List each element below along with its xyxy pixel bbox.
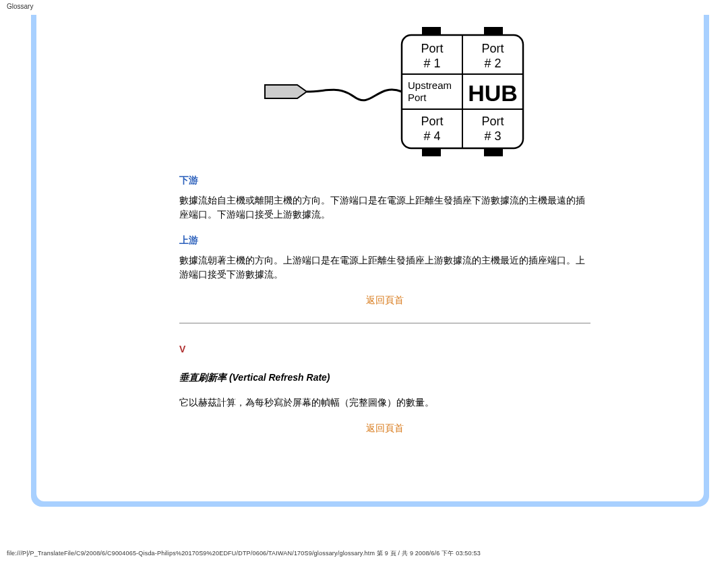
vertical-refresh-body: 它以赫茲計算，為每秒寫於屏幕的幀幅（完整圖像）的數量。 [179,396,590,410]
inner-page: Port # 1 Port # 2 Upstream Port HUB Port… [36,15,704,501]
usb-plug-icon [265,85,307,98]
downstream-body: 數據流始自主機或離開主機的方向。下游端口是在電源上距離生發插座下游數據流的主機最… [179,193,590,222]
section-divider [179,323,590,323]
outer-frame: Port # 1 Port # 2 Upstream Port HUB Port… [31,15,709,507]
upstream-label-l2: Port [408,92,427,103]
port3-label-l1: Port [481,115,504,128]
text-section: 下游 數據流始自主機或離開主機的方向。下游端口是在電源上距離生發插座下游數據流的… [179,161,590,436]
port-jack-3 [484,148,503,156]
section-letter-v: V [179,342,590,357]
port4-label-l2: # 4 [423,129,440,143]
port-jack-4 [422,148,441,156]
hub-diagram: Port # 1 Port # 2 Upstream Port HUB Port… [179,15,590,161]
port3-label-l2: # 3 [484,129,501,143]
file-path-footer: file:///P|/P_TranslateFile/C9/2008/6/C90… [7,549,481,558]
vertical-refresh-heading: 垂直刷新率 (Vertical Refresh Rate) [179,371,590,385]
content-column: Port # 1 Port # 2 Upstream Port HUB Port… [179,15,590,451]
return-to-top-link[interactable]: 返回頁首 [179,293,590,308]
hub-diagram-svg: Port # 1 Port # 2 Upstream Port HUB Port… [237,23,533,161]
port-jack-2 [484,27,503,35]
port2-label-l1: Port [481,42,504,55]
hub-label: HUB [468,80,518,106]
downstream-heading: 下游 [179,173,590,188]
return-to-top-link-2[interactable]: 返回頁首 [179,421,590,436]
upstream-body: 數據流朝著主機的方向。上游端口是在電源上距離生發插座上游數據流的主機最近的插座端… [179,253,590,282]
upstream-heading: 上游 [179,233,590,248]
upstream-label-l1: Upstream [408,80,452,91]
port4-label-l1: Port [421,115,443,128]
usb-cable-icon [307,90,402,100]
port2-label-l2: # 2 [484,57,501,70]
page-header-title: Glossary [7,3,33,10]
port1-label-l2: # 1 [423,57,440,70]
port-jack-1 [422,27,441,35]
port1-label-l1: Port [421,42,443,55]
